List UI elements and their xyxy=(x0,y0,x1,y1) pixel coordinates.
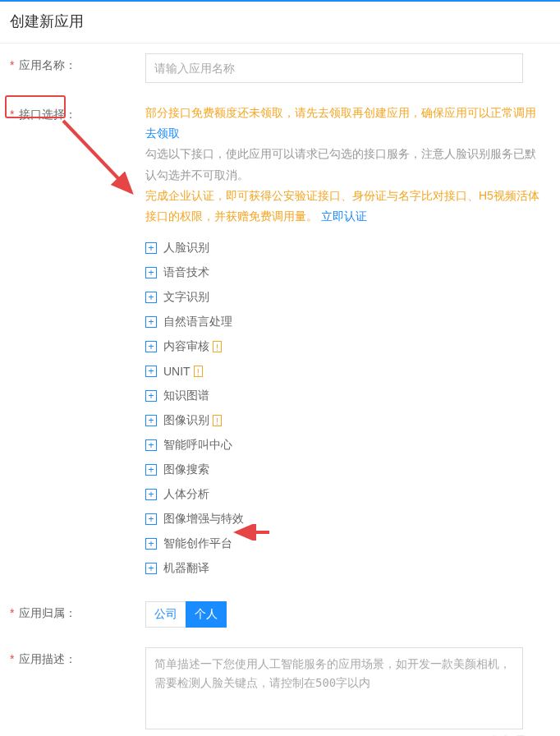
expand-icon[interactable]: + xyxy=(145,563,157,574)
belong-personal-button[interactable]: 个人 xyxy=(186,601,227,628)
tree-item-label: 图像识别 xyxy=(163,413,209,428)
expand-icon[interactable]: + xyxy=(145,316,157,328)
tree-item-label: 知识图谱 xyxy=(163,389,209,403)
tree-item[interactable]: +文字识别 xyxy=(145,286,544,309)
tree-item-label: 内容审核 xyxy=(163,339,209,354)
interface-tree: +人脸识别+语音技术+文字识别+自然语言处理+内容审核!+UNIT!+知识图谱+… xyxy=(145,237,544,580)
expand-icon[interactable]: + xyxy=(145,341,157,352)
expand-icon[interactable]: + xyxy=(145,366,157,377)
tree-item-label: UNIT xyxy=(163,365,190,378)
label-app-belong: 应用归属： xyxy=(10,601,145,621)
tree-item-label: 图像搜索 xyxy=(163,462,209,477)
tip-note: 勾选以下接口，使此应用可以请求已勾选的接口服务，注意人脸识别服务已默认勾选并不可… xyxy=(145,144,544,185)
tree-item-label: 自然语言处理 xyxy=(163,315,232,329)
warning-badge-icon: ! xyxy=(213,415,222,426)
warning-badge-icon: ! xyxy=(194,366,203,377)
tip-cert: 完成企业认证，即可获得公安验证接口、身份证与名字比对接口、H5视频活体接口的权限… xyxy=(145,186,544,227)
expand-icon[interactable]: + xyxy=(145,292,157,303)
tree-item-label: 文字识别 xyxy=(163,290,209,305)
expand-icon[interactable]: + xyxy=(145,538,157,550)
label-interface-select: 接口选择： xyxy=(10,103,145,122)
expand-icon[interactable]: + xyxy=(145,464,157,476)
expand-icon[interactable]: + xyxy=(145,489,157,500)
tree-item-label: 人脸识别 xyxy=(163,241,209,255)
tree-item[interactable]: +UNIT! xyxy=(145,360,544,383)
tree-item[interactable]: +语音技术 xyxy=(145,261,544,284)
label-app-name: 应用名称： xyxy=(10,53,145,73)
tree-item[interactable]: +图像识别! xyxy=(145,409,544,432)
warning-badge-icon: ! xyxy=(213,341,222,352)
app-desc-textarea[interactable] xyxy=(145,647,523,729)
label-app-desc: 应用描述： xyxy=(10,647,145,667)
tree-item-label: 图像增强与特效 xyxy=(163,512,244,527)
tree-item[interactable]: +内容审核! xyxy=(145,335,544,358)
tree-item-label: 智能呼叫中心 xyxy=(163,438,232,453)
tip-quota: 部分接口免费额度还未领取，请先去领取再创建应用，确保应用可以正常调用 去领取 xyxy=(145,103,544,144)
row-app-belong: 应用归属： 公司 个人 xyxy=(0,591,560,637)
row-app-name: 应用名称： xyxy=(0,44,560,93)
expand-icon[interactable]: + xyxy=(145,242,157,254)
tree-item[interactable]: +知识图谱 xyxy=(145,384,544,407)
tree-item[interactable]: +智能呼叫中心 xyxy=(145,434,544,457)
expand-icon[interactable]: + xyxy=(145,390,157,402)
tree-item-label: 智能创作平台 xyxy=(163,536,232,551)
link-get-quota[interactable]: 去领取 xyxy=(145,126,180,140)
expand-icon[interactable]: + xyxy=(145,513,157,525)
tree-item-label: 语音技术 xyxy=(163,265,209,280)
expand-icon[interactable]: + xyxy=(145,439,157,451)
expand-icon[interactable]: + xyxy=(145,267,157,278)
belong-segmented: 公司 个人 xyxy=(145,601,544,628)
tree-item[interactable]: +智能创作平台 xyxy=(145,532,544,555)
tree-item[interactable]: +图像增强与特效 xyxy=(145,508,544,531)
app-name-input[interactable] xyxy=(145,53,523,83)
tree-item[interactable]: +自然语言处理 xyxy=(145,310,544,334)
page-header: 创建新应用 xyxy=(0,0,560,44)
tree-item[interactable]: +人体分析 xyxy=(145,483,544,506)
expand-icon[interactable]: + xyxy=(145,415,157,426)
page-title: 创建新应用 xyxy=(10,12,550,31)
tree-item[interactable]: +机器翻译 xyxy=(145,557,544,580)
link-cert-now[interactable]: 立即认证 xyxy=(321,209,367,223)
row-app-desc: 应用描述： xyxy=(0,637,560,736)
row-interface-select: 接口选择： 部分接口免费额度还未领取，请先去领取再创建应用，确保应用可以正常调用… xyxy=(0,93,560,591)
tree-item-label: 机器翻译 xyxy=(163,561,209,576)
tree-item[interactable]: +人脸识别 xyxy=(145,237,544,260)
tip-quota-text: 部分接口免费额度还未领取，请先去领取再创建应用，确保应用可以正常调用 xyxy=(145,106,536,119)
tree-item-label: 人体分析 xyxy=(163,487,209,502)
belong-company-button[interactable]: 公司 xyxy=(145,601,186,628)
tree-item[interactable]: +图像搜索 xyxy=(145,458,544,481)
